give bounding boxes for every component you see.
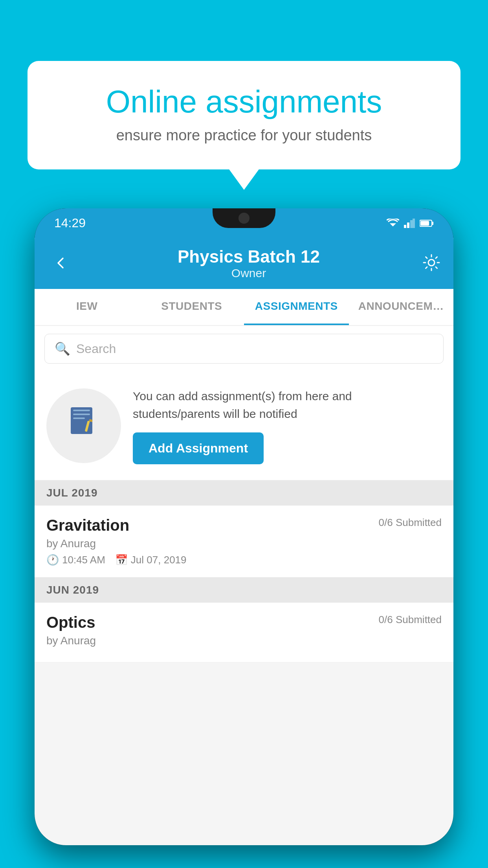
search-section: 🔍 Search <box>35 326 453 371</box>
section-jul-2019: JUL 2019 <box>35 480 453 506</box>
app-bar-title: Physics Batch 12 <box>76 247 421 267</box>
assignment-meta: 🕐 10:45 AM 📅 Jul 07, 2019 <box>46 554 442 566</box>
svg-point-8 <box>428 259 435 266</box>
promo-content: You can add assignment(s) from here and … <box>133 387 442 464</box>
notch <box>213 208 275 228</box>
promo-card: You can add assignment(s) from here and … <box>35 371 453 480</box>
search-icon: 🔍 <box>55 341 70 356</box>
battery-icon <box>420 219 434 227</box>
promo-description: You can add assignment(s) from here and … <box>133 387 442 423</box>
svg-rect-6 <box>432 222 433 225</box>
bubble-subtitle: ensure more practice for your students <box>55 127 433 144</box>
assignment-top-row-optics: Optics 0/6 Submitted <box>46 614 442 631</box>
submitted-badge-optics: 0/6 Submitted <box>379 614 442 626</box>
search-placeholder: Search <box>76 342 116 356</box>
calendar-icon: 📅 <box>115 554 128 566</box>
signal-icon <box>404 219 415 228</box>
svg-rect-4 <box>413 219 415 228</box>
status-time: 14:29 <box>54 216 86 230</box>
svg-rect-12 <box>73 417 85 419</box>
search-bar[interactable]: 🔍 Search <box>44 334 444 364</box>
assignment-author-optics: by Anurag <box>46 634 442 647</box>
svg-rect-7 <box>420 221 429 226</box>
section-jun-2019: JUN 2019 <box>35 577 453 603</box>
app-bar-subtitle: Owner <box>76 267 421 280</box>
wifi-icon <box>387 219 399 228</box>
status-icons <box>387 219 434 228</box>
svg-rect-2 <box>407 223 409 228</box>
add-assignment-button[interactable]: Add Assignment <box>133 432 264 464</box>
section-header-label: JUL 2019 <box>46 487 97 499</box>
phone-container: 14:29 <box>35 208 453 868</box>
speech-bubble: Online assignments ensure more practice … <box>28 61 460 169</box>
svg-rect-10 <box>73 410 90 411</box>
svg-marker-0 <box>390 223 396 226</box>
app-bar-center: Physics Batch 12 Owner <box>76 247 421 280</box>
clock-icon: 🕐 <box>46 554 59 566</box>
assignment-title-optics: Optics <box>46 614 95 631</box>
section-header-label-jun: JUN 2019 <box>46 584 99 596</box>
tabs-container: IEW STUDENTS ASSIGNMENTS ANNOUNCEM… <box>35 289 453 326</box>
svg-rect-9 <box>71 407 92 434</box>
phone-inner: Physics Batch 12 Owner IEW STUDENTS <box>35 238 453 845</box>
assignment-top-row: Gravitation 0/6 Submitted <box>46 517 442 534</box>
bubble-title: Online assignments <box>55 85 433 119</box>
meta-date-value: Jul 07, 2019 <box>131 554 187 566</box>
svg-rect-11 <box>73 414 90 415</box>
meta-time-value: 10:45 AM <box>62 554 105 566</box>
camera <box>238 213 250 224</box>
meta-date: 📅 Jul 07, 2019 <box>115 554 187 566</box>
submitted-badge: 0/6 Submitted <box>379 517 442 529</box>
phone-frame: 14:29 <box>35 208 453 845</box>
assignment-title: Gravitation <box>46 517 129 534</box>
back-button[interactable] <box>46 248 76 279</box>
app-bar: Physics Batch 12 Owner <box>35 238 453 289</box>
assignment-icon <box>66 404 101 448</box>
assignment-item-gravitation[interactable]: Gravitation 0/6 Submitted by Anurag 🕐 10… <box>35 506 453 577</box>
assignment-item-optics[interactable]: Optics 0/6 Submitted by Anurag <box>35 603 453 662</box>
tab-announcements[interactable]: ANNOUNCEM… <box>349 289 454 325</box>
tab-students[interactable]: STUDENTS <box>139 289 244 325</box>
speech-bubble-container: Online assignments ensure more practice … <box>28 61 460 169</box>
tab-assignments[interactable]: ASSIGNMENTS <box>244 289 349 325</box>
tab-iew[interactable]: IEW <box>35 289 139 325</box>
assignment-author: by Anurag <box>46 537 442 550</box>
promo-icon-circle <box>46 388 121 463</box>
svg-rect-3 <box>410 220 413 228</box>
meta-time: 🕐 10:45 AM <box>46 554 105 566</box>
status-bar: 14:29 <box>35 208 453 238</box>
svg-rect-1 <box>404 225 406 228</box>
settings-button[interactable] <box>421 252 442 274</box>
